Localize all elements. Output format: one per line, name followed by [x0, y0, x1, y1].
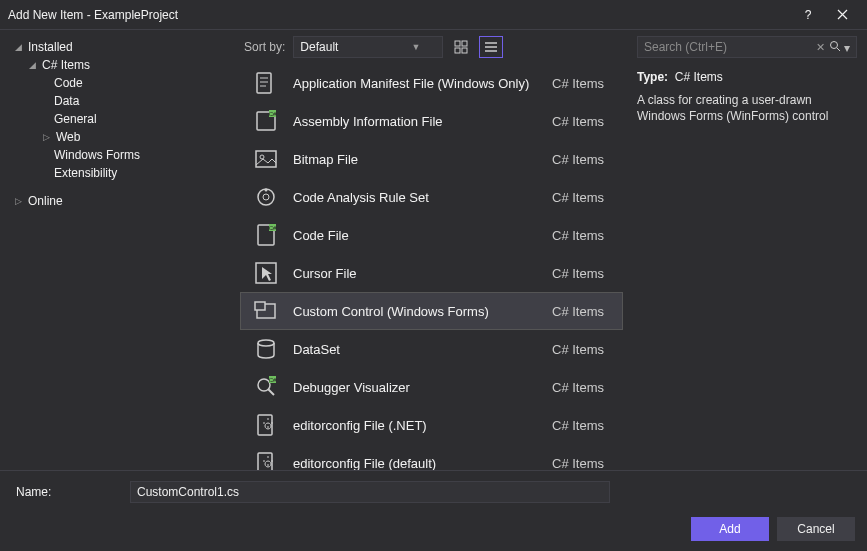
- template-category: C# Items: [552, 418, 622, 433]
- tree-label: Installed: [28, 40, 73, 54]
- assembly-info-icon: C#: [251, 106, 281, 136]
- template-label: editorconfig File (.NET): [293, 418, 552, 433]
- close-button[interactable]: [825, 1, 859, 29]
- view-tiles-button[interactable]: [449, 36, 473, 58]
- template-item[interactable]: editorconfig File (.NET) C# Items: [240, 406, 623, 444]
- name-input[interactable]: [130, 481, 610, 503]
- tree-label: Web: [56, 130, 80, 144]
- tiles-icon: [454, 40, 468, 54]
- tree-windows-forms[interactable]: Windows Forms: [12, 146, 240, 164]
- detail-type-label: Type:: [637, 70, 668, 84]
- tree-label: Code: [54, 76, 83, 90]
- template-item[interactable]: DataSet C# Items: [240, 330, 623, 368]
- template-item[interactable]: C# Assembly Information File C# Items: [240, 102, 623, 140]
- center-header: Sort by: Default ▼: [240, 30, 627, 64]
- bitmap-icon: [251, 144, 281, 174]
- svg-point-25: [258, 340, 274, 346]
- template-label: Application Manifest File (Windows Only): [293, 76, 552, 91]
- search-input[interactable]: [644, 40, 816, 54]
- detail-type-value: C# Items: [675, 70, 723, 84]
- tree-code[interactable]: Code: [12, 74, 240, 92]
- main-area: ◢ Installed ◢ C# Items Code Data General…: [0, 30, 867, 470]
- list-icon: [484, 40, 498, 54]
- close-icon: [837, 9, 848, 20]
- tree-label: Extensibility: [54, 166, 117, 180]
- template-label: Assembly Information File: [293, 114, 552, 129]
- tree-installed[interactable]: ◢ Installed: [12, 38, 240, 56]
- detail-description: A class for creating a user-drawn Window…: [637, 92, 857, 124]
- tree-data[interactable]: Data: [12, 92, 240, 110]
- template-label: Debugger Visualizer: [293, 380, 552, 395]
- template-item[interactable]: Bitmap File C# Items: [240, 140, 623, 178]
- svg-rect-2: [455, 48, 460, 53]
- template-item[interactable]: Cursor File C# Items: [240, 254, 623, 292]
- svg-point-15: [260, 155, 264, 159]
- tree-label: C# Items: [42, 58, 90, 72]
- svg-rect-24: [255, 302, 265, 310]
- template-item[interactable]: Application Manifest File (Windows Only)…: [240, 64, 623, 102]
- template-item[interactable]: C# Debugger Visualizer C# Items: [240, 368, 623, 406]
- manifest-icon: [251, 68, 281, 98]
- help-button[interactable]: ?: [791, 1, 825, 29]
- add-button[interactable]: Add: [691, 517, 769, 541]
- tree-label: Windows Forms: [54, 148, 140, 162]
- window-title: Add New Item - ExampleProject: [8, 8, 791, 22]
- template-label: editorconfig File (default): [293, 456, 552, 471]
- search-box[interactable]: ✕ ▾: [637, 36, 857, 58]
- tree-label: Online: [28, 194, 63, 208]
- tree-online[interactable]: ▷ Online: [12, 192, 240, 210]
- codefile-icon: C#: [251, 220, 281, 250]
- template-item[interactable]: Custom Control (Windows Forms) C# Items: [240, 292, 623, 330]
- footer: Name: Add Cancel: [0, 470, 867, 551]
- tree-extensibility[interactable]: Extensibility: [12, 164, 240, 182]
- template-item[interactable]: Code Analysis Rule Set C# Items: [240, 178, 623, 216]
- details-pane: ✕ ▾ Type: C# Items A class for creating …: [627, 30, 867, 470]
- name-row: Name:: [10, 481, 857, 503]
- tree-label: Data: [54, 94, 79, 108]
- svg-rect-14: [256, 151, 276, 167]
- svg-point-17: [263, 194, 269, 200]
- template-category: C# Items: [552, 190, 622, 205]
- caret-right-icon: ▷: [40, 132, 52, 142]
- chevron-down-icon: ▼: [411, 42, 420, 52]
- dataset-icon: [251, 334, 281, 364]
- svg-text:C#: C#: [269, 377, 277, 383]
- tree-web[interactable]: ▷ Web: [12, 128, 240, 146]
- name-label: Name:: [10, 485, 120, 499]
- template-item[interactable]: C# Code File C# Items: [240, 216, 623, 254]
- template-label: DataSet: [293, 342, 552, 357]
- template-category: C# Items: [552, 266, 622, 281]
- sort-dropdown[interactable]: Default ▼: [293, 36, 443, 58]
- template-category: C# Items: [552, 456, 622, 471]
- svg-rect-1: [462, 41, 467, 46]
- template-category: C# Items: [552, 152, 622, 167]
- svg-text:C#: C#: [269, 111, 277, 117]
- visualizer-icon: C#: [251, 372, 281, 402]
- tree-general[interactable]: General: [12, 110, 240, 128]
- center-pane: Sort by: Default ▼ Application Manifest …: [240, 30, 627, 470]
- template-category: C# Items: [552, 342, 622, 357]
- template-category: C# Items: [552, 76, 622, 91]
- cancel-button[interactable]: Cancel: [777, 517, 855, 541]
- search-icon[interactable]: ▾: [829, 40, 850, 55]
- caret-down-icon: ◢: [12, 42, 24, 52]
- svg-point-32: [830, 41, 837, 48]
- template-list[interactable]: Application Manifest File (Windows Only)…: [240, 64, 623, 470]
- tree-label: General: [54, 112, 97, 126]
- clear-search-icon[interactable]: ✕: [816, 41, 825, 54]
- svg-line-27: [268, 389, 274, 395]
- view-list-button[interactable]: [479, 36, 503, 58]
- caret-down-icon: ◢: [26, 60, 38, 70]
- sort-value: Default: [300, 40, 338, 54]
- template-category: C# Items: [552, 380, 622, 395]
- tree-csharp-items[interactable]: ◢ C# Items: [12, 56, 240, 74]
- cursor-icon: [251, 258, 281, 288]
- template-item[interactable]: editorconfig File (default) C# Items: [240, 444, 623, 470]
- template-category: C# Items: [552, 114, 622, 129]
- sortby-label: Sort by:: [244, 40, 287, 54]
- detail-type: Type: C# Items: [637, 70, 857, 84]
- editorconfig-icon: [251, 410, 281, 440]
- ruleset-icon: [251, 182, 281, 212]
- svg-rect-3: [462, 48, 467, 53]
- template-label: Code Analysis Rule Set: [293, 190, 552, 205]
